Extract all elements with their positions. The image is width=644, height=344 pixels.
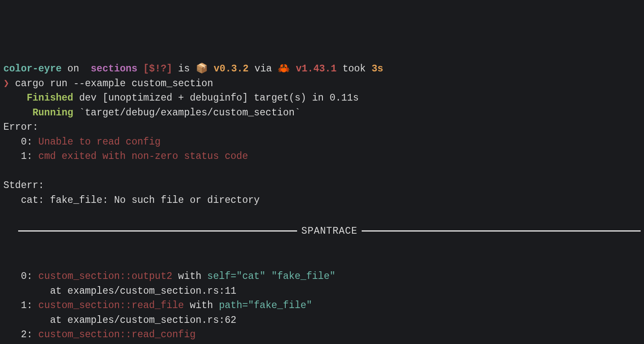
prompt-branch: sections: [85, 63, 143, 74]
spantrace-body: 0: custom_section::output2 with self="ca…: [3, 255, 641, 344]
frame-func-0: custom_section::output2: [38, 271, 172, 282]
prompt-project: color-eyre: [3, 63, 62, 74]
prompt-version: v0.3.2: [214, 63, 249, 74]
error-idx-0: 0:: [3, 137, 38, 147]
build-running-rest: `target/debug/examples/custom_section`: [73, 107, 300, 118]
prompt-git-status: [$!?]: [143, 63, 172, 74]
frame-at-1: at examples/custom_section.rs:62: [3, 315, 236, 326]
prompt-rust-version: v1.43.1: [296, 63, 337, 74]
prompt-duration: 3s: [371, 63, 383, 74]
build-finished-label: Finished: [27, 93, 73, 104]
divider-line: [18, 230, 297, 232]
error-msg-0: Unable to read config: [38, 137, 161, 147]
frame-args-1: path="fake_file": [219, 300, 312, 311]
frame-with-0: with: [172, 271, 207, 282]
build-running-label: Running: [32, 107, 73, 118]
frame-at-0: at examples/custom_section.rs:11: [3, 286, 236, 297]
prompt-command[interactable]: cargo run --example custom_section: [9, 78, 213, 89]
spantrace-label: SPANTRACE: [301, 224, 357, 239]
frame-func-2: custom_section::read_config: [38, 329, 196, 340]
package-icon: 📦: [196, 63, 214, 74]
divider-line: [362, 230, 641, 232]
frame-func-1: custom_section::read_file: [38, 300, 184, 311]
build-finished-rest: dev [unoptimized + debuginfo] target(s) …: [73, 93, 359, 104]
frame-with-1: with: [184, 300, 219, 311]
spantrace-header: SPANTRACE: [3, 224, 641, 239]
terminal-output: color-eyre on sections [$!?] is 📦 v0.3.2…: [3, 62, 641, 207]
error-label: Error:: [3, 122, 38, 133]
prompt-via: via: [249, 63, 278, 74]
frame-idx-2: 2:: [3, 329, 38, 340]
prompt-arrow-icon: ❯: [3, 78, 9, 89]
frame-idx-1: 1:: [3, 300, 38, 311]
error-msg-1: cmd exited with non-zero status code: [38, 151, 248, 162]
frame-args-0: self="cat" "fake_file": [207, 271, 336, 282]
prompt-on: on: [62, 63, 85, 74]
stderr-label: Stderr:: [3, 180, 44, 191]
prompt-is: is: [172, 63, 195, 74]
stderr-line: cat: fake_file: No such file or director…: [3, 195, 260, 206]
crab-icon: 🦀: [278, 63, 296, 74]
frame-idx-0: 0:: [3, 271, 38, 282]
error-idx-1: 1:: [3, 151, 38, 162]
prompt-took: took: [337, 63, 372, 74]
